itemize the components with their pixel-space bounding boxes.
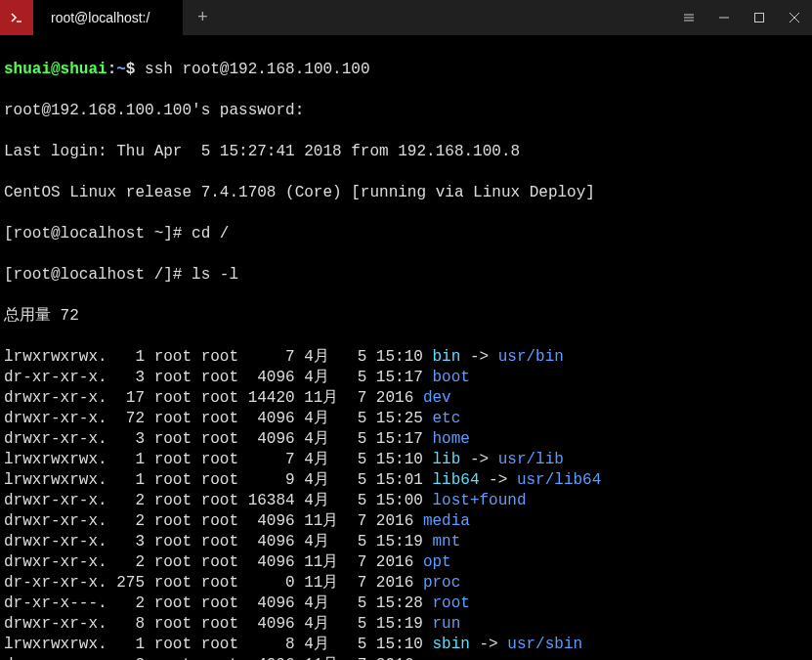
- list-item: drwxr-xr-x. 72 root root 4096 4月 5 15:25…: [4, 409, 808, 429]
- prompt-dollar: $: [126, 61, 145, 78]
- file-name: root: [432, 594, 469, 612]
- close-icon: [789, 12, 800, 23]
- titlebar: root@localhost:/ +: [0, 0, 812, 35]
- prompt-user: shuai@shuai: [4, 61, 107, 78]
- file-meta: dr-xr-x---. 2 root root 4096 4月 5 15:28: [4, 594, 432, 612]
- file-name: proc: [423, 574, 460, 592]
- file-name: dev: [423, 389, 451, 407]
- file-meta: lrwxrwxrwx. 1 root root 7 4月 5 15:10: [4, 348, 432, 366]
- file-name: lib64: [432, 471, 479, 489]
- file-name: media: [423, 512, 470, 530]
- line-cd: [root@localhost ~]# cd /: [4, 224, 808, 244]
- svg-rect-6: [755, 14, 764, 22]
- file-name: opt: [423, 553, 451, 571]
- close-button[interactable]: [777, 0, 812, 35]
- file-name: boot: [432, 369, 469, 386]
- line-ls: [root@localhost /]# ls -l: [4, 265, 808, 286]
- file-name: mnt: [432, 533, 460, 550]
- maximize-button[interactable]: [742, 0, 777, 35]
- list-item: lrwxrwxrwx. 1 root root 8 4月 5 15:10 sbi…: [4, 635, 808, 655]
- link-target: usr/sbin: [507, 636, 582, 653]
- minimize-button[interactable]: [706, 0, 742, 35]
- app-icon: [0, 0, 33, 35]
- list-item: drwxr-xr-x. 17 root root 14420 11月 7 201…: [4, 388, 808, 409]
- list-item: drwxr-xr-x. 8 root root 4096 4月 5 15:19 …: [4, 614, 808, 635]
- prompt-path: ~: [116, 61, 126, 78]
- file-name: etc: [432, 410, 460, 427]
- file-meta: dr-xr-xr-x. 275 root root 0 11月 7 2016: [4, 574, 423, 592]
- hamburger-icon: [683, 12, 695, 23]
- file-name: run: [432, 615, 460, 633]
- file-name: srv: [423, 656, 451, 660]
- link-arrow: ->: [479, 471, 516, 489]
- list-item: lrwxrwxrwx. 1 root root 7 4月 5 15:10 bin…: [4, 347, 808, 368]
- link-arrow: ->: [460, 348, 497, 366]
- list-item: dr-xr-xr-x. 3 root root 4096 4月 5 15:17 …: [4, 368, 808, 388]
- file-meta: drwxr-xr-x. 17 root root 14420 11月 7 201…: [4, 389, 423, 407]
- file-name: home: [432, 430, 469, 448]
- link-target: usr/lib: [498, 451, 564, 468]
- link-arrow: ->: [470, 636, 507, 653]
- file-name: bin: [432, 348, 460, 366]
- link-arrow: ->: [460, 451, 497, 468]
- cmd-ssh: ssh root@192.168.100.100: [145, 61, 369, 78]
- file-name: lost+found: [432, 492, 526, 509]
- file-meta: lrwxrwxrwx. 1 root root 9 4月 5 15:01: [4, 471, 432, 489]
- list-item: drwxr-xr-x. 2 root root 4096 11月 7 2016 …: [4, 655, 808, 660]
- tab-title: root@localhost:/: [51, 10, 150, 25]
- line-total: 总用量 72: [4, 306, 808, 327]
- file-meta: dr-xr-xr-x. 3 root root 4096 4月 5 15:17: [4, 369, 432, 386]
- list-item: lrwxrwxrwx. 1 root root 9 4月 5 15:01 lib…: [4, 470, 808, 491]
- list-item: drwxr-xr-x. 2 root root 4096 11月 7 2016 …: [4, 511, 808, 532]
- prompt-sep: :: [107, 61, 117, 78]
- list-item: dr-xr-x---. 2 root root 4096 4月 5 15:28 …: [4, 594, 808, 614]
- menu-button[interactable]: [671, 0, 706, 35]
- line-ssh: shuai@shuai:~$ ssh root@192.168.100.100: [4, 60, 808, 80]
- file-meta: drwxr-xr-x. 8 root root 4096 4月 5 15:19: [4, 615, 432, 633]
- list-item: dr-xr-xr-x. 275 root root 0 11月 7 2016 p…: [4, 573, 808, 594]
- file-list: lrwxrwxrwx. 1 root root 7 4月 5 15:10 bin…: [4, 347, 808, 660]
- line-lastlogin: Last login: Thu Apr 5 15:27:41 2018 from…: [4, 142, 808, 162]
- list-item: drwxr-xr-x. 3 root root 4096 4月 5 15:17 …: [4, 429, 808, 450]
- new-tab-button[interactable]: +: [183, 0, 222, 35]
- maximize-icon: [753, 12, 765, 23]
- minimize-icon: [718, 12, 730, 23]
- terminal-window: root@localhost:/ + shuai@shuai:~$ ssh ro…: [0, 0, 812, 660]
- link-target: usr/bin: [498, 348, 564, 366]
- file-meta: drwxr-xr-x. 2 root root 4096 11月 7 2016: [4, 656, 423, 660]
- file-meta: drwxr-xr-x. 72 root root 4096 4月 5 15:25: [4, 410, 432, 427]
- list-item: drwxr-xr-x. 2 root root 4096 11月 7 2016 …: [4, 552, 808, 573]
- file-meta: drwxr-xr-x. 2 root root 16384 4月 5 15:00: [4, 492, 432, 509]
- file-meta: drwxr-xr-x. 3 root root 4096 4月 5 15:17: [4, 430, 432, 448]
- file-meta: lrwxrwxrwx. 1 root root 8 4月 5 15:10: [4, 636, 432, 653]
- list-item: lrwxrwxrwx. 1 root root 7 4月 5 15:10 lib…: [4, 450, 808, 470]
- file-name: sbin: [432, 636, 469, 653]
- list-item: drwxr-xr-x. 2 root root 16384 4月 5 15:00…: [4, 491, 808, 511]
- file-meta: lrwxrwxrwx. 1 root root 7 4月 5 15:10: [4, 451, 432, 468]
- tab-active[interactable]: root@localhost:/: [33, 0, 183, 35]
- titlebar-spacer: [222, 0, 671, 35]
- list-item: drwxr-xr-x. 3 root root 4096 4月 5 15:19 …: [4, 532, 808, 552]
- file-meta: drwxr-xr-x. 3 root root 4096 4月 5 15:19: [4, 533, 432, 550]
- terminal-body[interactable]: shuai@shuai:~$ ssh root@192.168.100.100 …: [0, 35, 812, 660]
- file-meta: drwxr-xr-x. 2 root root 4096 11月 7 2016: [4, 553, 423, 571]
- file-name: lib: [432, 451, 460, 468]
- line-password: root@192.168.100.100's password:: [4, 101, 808, 121]
- line-release: CentOS Linux release 7.4.1708 (Core) [ru…: [4, 183, 808, 203]
- file-meta: drwxr-xr-x. 2 root root 4096 11月 7 2016: [4, 512, 423, 530]
- link-target: usr/lib64: [517, 471, 601, 489]
